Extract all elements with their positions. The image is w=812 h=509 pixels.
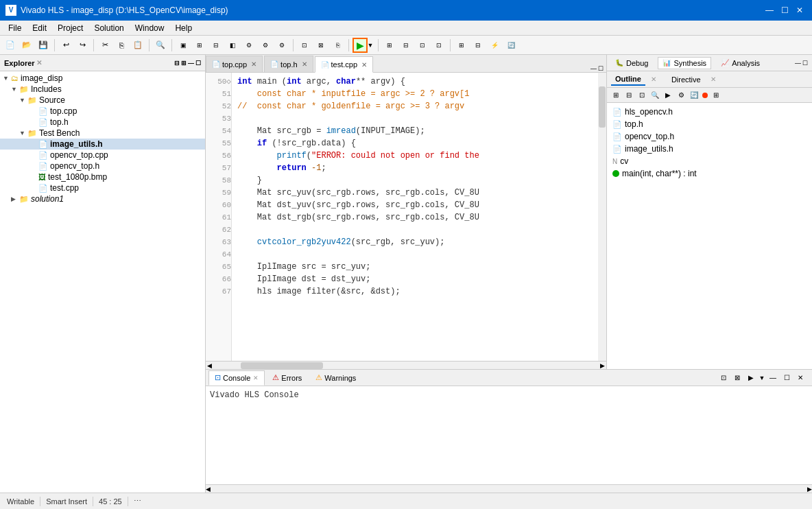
menu-help[interactable]: Help xyxy=(169,22,198,34)
rt-btn-5[interactable]: ▶ xyxy=(662,89,674,102)
close-button[interactable]: ✕ xyxy=(793,3,807,17)
btn-c[interactable]: ⊟ xyxy=(208,38,224,53)
btn-q[interactable]: ⚡ xyxy=(487,38,502,53)
outline-main-func[interactable]: main(int, char**) : int xyxy=(610,167,809,180)
btb-btn-4[interactable]: — xyxy=(767,372,779,384)
explorer-maximize-icon[interactable]: ☐ xyxy=(195,60,201,67)
hscroll-right[interactable]: ▶ xyxy=(599,362,606,369)
rt-btn-4[interactable]: 🔍 xyxy=(649,89,661,102)
btn-h[interactable]: ⊡ xyxy=(297,38,312,53)
btn-a[interactable]: ▣ xyxy=(176,38,191,53)
new-file-button[interactable]: 📄 xyxy=(3,38,18,53)
menu-project[interactable]: Project xyxy=(52,22,88,34)
search-button[interactable]: 🔍 xyxy=(153,38,168,53)
btn-e[interactable]: ⚙ xyxy=(241,38,256,53)
tree-testbench[interactable]: ▼ 📁 Test Bench xyxy=(0,128,205,139)
tab-test-cpp-close[interactable]: ✕ xyxy=(361,61,367,69)
tab-top-cpp-close[interactable]: ✕ xyxy=(251,60,256,68)
btn-r[interactable]: 🔄 xyxy=(503,38,518,53)
outline-close[interactable]: ✕ xyxy=(651,75,656,83)
editor-maximize-btn[interactable]: ☐ xyxy=(598,65,604,72)
scroll-thumb[interactable] xyxy=(599,86,606,128)
tree-solution1[interactable]: ▶ 📁 solution1 xyxy=(0,193,205,204)
menu-edit[interactable]: Edit xyxy=(27,22,52,34)
minimize-button[interactable]: — xyxy=(763,3,776,17)
rt-btn-8[interactable]: ⊞ xyxy=(710,89,722,102)
rt-btn-7[interactable]: 🔄 xyxy=(688,89,700,102)
code-hscrollbar[interactable]: ◀ ▶ xyxy=(206,361,606,369)
outline-image-utils-h[interactable]: 📄 image_utils.h xyxy=(610,143,809,155)
outline-opencv-top-h[interactable]: 📄 opencv_top.h xyxy=(610,130,809,143)
btb-btn-1[interactable]: ⊡ xyxy=(717,372,730,384)
tab-top-h[interactable]: 📄 top.h ✕ xyxy=(264,56,313,72)
redo-button[interactable]: ↪ xyxy=(75,38,90,53)
paste-button[interactable]: 📋 xyxy=(130,38,145,53)
tree-test-cpp[interactable]: 📄 test.cpp xyxy=(0,182,205,193)
tree-test-bmp[interactable]: 🖼 test_1080p.bmp xyxy=(0,171,205,182)
tree-root[interactable]: ▼ 🗂 image_disp xyxy=(0,73,205,84)
run-dropdown[interactable]: ▼ xyxy=(366,38,374,53)
console-tab[interactable]: ⊡ Console ✕ xyxy=(208,370,265,386)
tree-top-cpp[interactable]: 📄 top.cpp xyxy=(0,106,205,117)
btn-d[interactable]: ◧ xyxy=(225,38,240,53)
code-scrollbar[interactable] xyxy=(598,73,606,361)
outline-cv[interactable]: N cv xyxy=(610,155,809,167)
tree-top-h[interactable]: 📄 top.h xyxy=(0,117,205,128)
btb-btn-6[interactable]: ✕ xyxy=(794,372,807,384)
tree-image-utils[interactable]: 📄 image_utils.h xyxy=(0,139,205,150)
btn-l[interactable]: ⊟ xyxy=(398,38,414,53)
directive-tab[interactable]: Directive xyxy=(667,74,705,85)
btn-g[interactable]: ⚙ xyxy=(274,38,289,53)
explorer-minimize-icon[interactable]: — xyxy=(188,60,194,67)
copy-button[interactable]: ⎘ xyxy=(114,38,129,53)
cut-button[interactable]: ✂ xyxy=(97,38,112,53)
btb-btn-3[interactable]: ▶ xyxy=(745,372,757,384)
outline-top-h[interactable]: 📄 top.h xyxy=(610,118,809,130)
save-button[interactable]: 💾 xyxy=(36,38,51,53)
btn-n[interactable]: ⊡ xyxy=(431,38,446,53)
open-file-button[interactable]: 📂 xyxy=(19,38,34,53)
btn-o[interactable]: ⊞ xyxy=(454,38,469,53)
console-hscrollbar[interactable]: ◀ ▶ xyxy=(206,484,812,493)
code-editor[interactable]: 50◇ 51 52 53 54 55 56 57 58 59 60 61 xyxy=(206,73,606,369)
menu-file[interactable]: File xyxy=(3,22,27,34)
btb-dropdown[interactable]: ▼ xyxy=(759,372,765,384)
btn-i[interactable]: ⊠ xyxy=(313,38,329,53)
btn-m[interactable]: ⊡ xyxy=(415,38,430,53)
menu-window[interactable]: Window xyxy=(130,22,170,34)
collapse-icon[interactable]: ⊟ xyxy=(174,60,180,67)
panel-tab-analysis[interactable]: 📈 Analysis xyxy=(717,58,764,69)
rt-btn-3[interactable]: ⊡ xyxy=(636,89,648,102)
btn-b[interactable]: ⊞ xyxy=(192,38,207,53)
tree-opencv-top-h[interactable]: 📄 opencv_top.h xyxy=(0,161,205,171)
tree-opencv-top-cpp[interactable]: 📄 opencv_top.cpp xyxy=(0,150,205,161)
code-lines[interactable]: int main (int argc, char** argv) { const… xyxy=(232,73,598,361)
rt-btn-6[interactable]: ⚙ xyxy=(675,89,687,102)
tree-includes[interactable]: ▼ 📁 Includes xyxy=(0,84,205,95)
errors-tab[interactable]: ⚠ Errors xyxy=(266,370,308,386)
rt-btn-2[interactable]: ⊟ xyxy=(623,89,635,102)
btn-f[interactable]: ⚙ xyxy=(258,38,273,53)
panel-tab-debug[interactable]: 🐛 Debug xyxy=(611,58,652,69)
maximize-button[interactable]: ☐ xyxy=(778,3,791,17)
btb-btn-5[interactable]: ☐ xyxy=(780,372,793,384)
tab-test-cpp[interactable]: 📄 test.cpp ✕ xyxy=(315,56,374,73)
panel-tab-synthesis[interactable]: 📊 Synthesis xyxy=(658,57,711,69)
btn-j[interactable]: ⎘ xyxy=(330,38,345,53)
outline-hls-opencv[interactable]: 📄 hls_opencv.h xyxy=(610,106,809,118)
btn-k[interactable]: ⊞ xyxy=(382,38,397,53)
btb-btn-2[interactable]: ⊠ xyxy=(731,372,743,384)
tab-top-cpp[interactable]: 📄 top.cpp ✕ xyxy=(206,56,263,72)
console-scroll-right[interactable]: ▶ xyxy=(807,486,812,493)
btn-p[interactable]: ⊟ xyxy=(470,38,486,53)
editor-minimize-btn[interactable]: — xyxy=(590,65,597,72)
rp-min-btn[interactable]: — xyxy=(795,60,801,67)
tree-source[interactable]: ▼ 📁 Source xyxy=(0,95,205,106)
hscroll-thumb[interactable] xyxy=(241,362,323,369)
console-scroll-left[interactable]: ◀ xyxy=(206,486,211,493)
hscroll-left[interactable]: ◀ xyxy=(206,362,213,369)
outline-tab[interactable]: Outline xyxy=(611,73,645,86)
undo-button[interactable]: ↩ xyxy=(58,38,73,53)
run-button[interactable]: ▶ xyxy=(353,38,368,53)
warnings-tab[interactable]: ⚠ Warnings xyxy=(309,370,362,386)
